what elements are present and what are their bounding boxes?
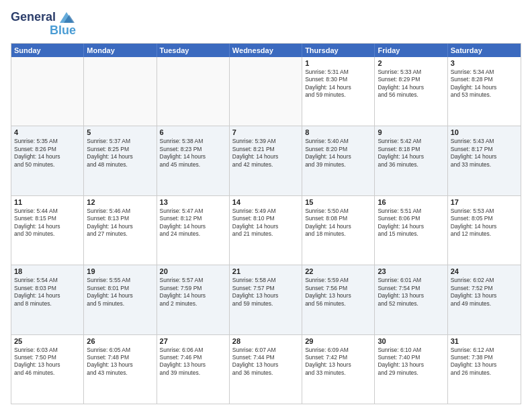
calendar-row-2: 11Sunrise: 5:44 AM Sunset: 8:15 PM Dayli… [11, 195, 521, 265]
day-cell-6: 6Sunrise: 5:38 AM Sunset: 8:23 PM Daylig… [157, 126, 230, 195]
day-info: Sunrise: 5:39 AM Sunset: 8:21 PM Dayligh… [232, 138, 299, 169]
day-cell-21: 21Sunrise: 5:58 AM Sunset: 7:57 PM Dayli… [230, 265, 302, 334]
day-info: Sunrise: 5:33 AM Sunset: 8:29 PM Dayligh… [378, 68, 444, 99]
day-cell-4: 4Sunrise: 5:35 AM Sunset: 8:26 PM Daylig… [11, 126, 84, 195]
day-cell-26: 26Sunrise: 6:05 AM Sunset: 7:48 PM Dayli… [84, 335, 157, 404]
day-info: Sunrise: 6:07 AM Sunset: 7:44 PM Dayligh… [232, 347, 299, 377]
header: General Blue [11, 8, 521, 38]
day-info: Sunrise: 6:01 AM Sunset: 7:54 PM Dayligh… [378, 277, 444, 308]
day-number: 30 [378, 337, 444, 345]
day-cell-3: 3Sunrise: 5:34 AM Sunset: 8:28 PM Daylig… [448, 57, 521, 126]
header-day-monday: Monday [84, 44, 157, 57]
day-info: Sunrise: 5:55 AM Sunset: 8:01 PM Dayligh… [87, 277, 153, 308]
day-info: Sunrise: 5:38 AM Sunset: 8:23 PM Dayligh… [160, 138, 226, 169]
day-cell-30: 30Sunrise: 6:10 AM Sunset: 7:40 PM Dayli… [375, 335, 447, 404]
day-cell-1: 1Sunrise: 5:31 AM Sunset: 8:30 PM Daylig… [302, 57, 375, 126]
day-number: 29 [305, 337, 371, 345]
day-info: Sunrise: 5:49 AM Sunset: 8:10 PM Dayligh… [232, 208, 299, 238]
day-cell-9: 9Sunrise: 5:42 AM Sunset: 8:18 PM Daylig… [375, 126, 447, 195]
empty-cell [84, 57, 157, 126]
calendar: SundayMondayTuesdayWednesdayThursdayFrid… [11, 43, 521, 404]
day-cell-19: 19Sunrise: 5:55 AM Sunset: 8:01 PM Dayli… [84, 265, 157, 334]
day-info: Sunrise: 5:47 AM Sunset: 8:12 PM Dayligh… [160, 208, 226, 238]
day-info: Sunrise: 6:03 AM Sunset: 7:50 PM Dayligh… [14, 347, 81, 377]
day-info: Sunrise: 5:50 AM Sunset: 8:08 PM Dayligh… [305, 208, 371, 238]
empty-cell [11, 57, 84, 126]
day-info: Sunrise: 6:10 AM Sunset: 7:40 PM Dayligh… [378, 347, 444, 377]
empty-cell [230, 57, 302, 126]
day-number: 27 [160, 337, 226, 345]
day-number: 6 [160, 128, 226, 136]
day-number: 17 [451, 198, 518, 206]
day-cell-29: 29Sunrise: 6:09 AM Sunset: 7:42 PM Dayli… [302, 335, 375, 404]
day-cell-27: 27Sunrise: 6:06 AM Sunset: 7:46 PM Dayli… [157, 335, 230, 404]
day-info: Sunrise: 5:57 AM Sunset: 7:59 PM Dayligh… [160, 277, 226, 308]
day-number: 9 [378, 128, 444, 136]
day-number: 8 [305, 128, 371, 136]
day-cell-22: 22Sunrise: 5:59 AM Sunset: 7:56 PM Dayli… [302, 265, 375, 334]
calendar-row-1: 4Sunrise: 5:35 AM Sunset: 8:26 PM Daylig… [11, 126, 521, 195]
day-number: 18 [14, 267, 81, 275]
calendar-row-0: 1Sunrise: 5:31 AM Sunset: 8:30 PM Daylig… [11, 57, 521, 126]
day-number: 16 [378, 198, 444, 206]
day-info: Sunrise: 6:06 AM Sunset: 7:46 PM Dayligh… [160, 347, 226, 377]
day-number: 2 [378, 59, 444, 67]
day-info: Sunrise: 5:31 AM Sunset: 8:30 PM Dayligh… [305, 68, 371, 99]
calendar-body: 1Sunrise: 5:31 AM Sunset: 8:30 PM Daylig… [11, 57, 521, 404]
logo-text-general: General [11, 11, 56, 24]
day-cell-23: 23Sunrise: 6:01 AM Sunset: 7:54 PM Dayli… [375, 265, 447, 334]
day-number: 31 [451, 337, 518, 345]
day-cell-18: 18Sunrise: 5:54 AM Sunset: 8:03 PM Dayli… [11, 265, 84, 334]
day-number: 1 [305, 59, 371, 67]
day-cell-20: 20Sunrise: 5:57 AM Sunset: 7:59 PM Dayli… [157, 265, 230, 334]
header-day-thursday: Thursday [302, 44, 375, 57]
day-info: Sunrise: 6:09 AM Sunset: 7:42 PM Dayligh… [305, 347, 371, 377]
day-number: 25 [14, 337, 81, 345]
day-info: Sunrise: 5:46 AM Sunset: 8:13 PM Dayligh… [87, 208, 153, 238]
day-number: 24 [451, 267, 518, 275]
day-info: Sunrise: 5:53 AM Sunset: 8:05 PM Dayligh… [451, 208, 518, 238]
header-day-tuesday: Tuesday [157, 44, 230, 57]
day-cell-31: 31Sunrise: 6:12 AM Sunset: 7:38 PM Dayli… [448, 335, 521, 404]
day-cell-12: 12Sunrise: 5:46 AM Sunset: 8:13 PM Dayli… [84, 196, 157, 265]
day-info: Sunrise: 5:35 AM Sunset: 8:26 PM Dayligh… [14, 138, 81, 169]
day-info: Sunrise: 5:34 AM Sunset: 8:28 PM Dayligh… [451, 68, 518, 99]
day-info: Sunrise: 6:12 AM Sunset: 7:38 PM Dayligh… [451, 347, 518, 377]
day-cell-28: 28Sunrise: 6:07 AM Sunset: 7:44 PM Dayli… [230, 335, 302, 404]
page: General Blue SundayMondayTuesdayWednesda… [0, 0, 532, 411]
day-cell-5: 5Sunrise: 5:37 AM Sunset: 8:25 PM Daylig… [84, 126, 157, 195]
day-info: Sunrise: 5:37 AM Sunset: 8:25 PM Dayligh… [87, 138, 153, 169]
day-number: 26 [87, 337, 153, 345]
day-number: 22 [305, 267, 371, 275]
day-info: Sunrise: 5:42 AM Sunset: 8:18 PM Dayligh… [378, 138, 444, 169]
day-cell-10: 10Sunrise: 5:43 AM Sunset: 8:17 PM Dayli… [448, 126, 521, 195]
day-number: 13 [160, 198, 226, 206]
day-info: Sunrise: 6:05 AM Sunset: 7:48 PM Dayligh… [87, 347, 153, 377]
header-day-sunday: Sunday [11, 44, 84, 57]
day-number: 12 [87, 198, 153, 206]
logo: General Blue [11, 8, 76, 38]
day-info: Sunrise: 5:58 AM Sunset: 7:57 PM Dayligh… [232, 277, 299, 308]
calendar-header: SundayMondayTuesdayWednesdayThursdayFrid… [11, 44, 521, 57]
day-cell-8: 8Sunrise: 5:40 AM Sunset: 8:20 PM Daylig… [302, 126, 375, 195]
day-number: 14 [232, 198, 299, 206]
day-cell-25: 25Sunrise: 6:03 AM Sunset: 7:50 PM Dayli… [11, 335, 84, 404]
day-info: Sunrise: 5:59 AM Sunset: 7:56 PM Dayligh… [305, 277, 371, 308]
day-number: 4 [14, 128, 81, 136]
day-cell-14: 14Sunrise: 5:49 AM Sunset: 8:10 PM Dayli… [230, 196, 302, 265]
day-info: Sunrise: 5:40 AM Sunset: 8:20 PM Dayligh… [305, 138, 371, 169]
day-number: 7 [232, 128, 299, 136]
day-info: Sunrise: 6:02 AM Sunset: 7:52 PM Dayligh… [451, 277, 518, 308]
day-number: 11 [14, 198, 81, 206]
day-cell-15: 15Sunrise: 5:50 AM Sunset: 8:08 PM Dayli… [302, 196, 375, 265]
day-cell-24: 24Sunrise: 6:02 AM Sunset: 7:52 PM Dayli… [448, 265, 521, 334]
day-cell-16: 16Sunrise: 5:51 AM Sunset: 8:06 PM Dayli… [375, 196, 447, 265]
day-number: 15 [305, 198, 371, 206]
day-cell-2: 2Sunrise: 5:33 AM Sunset: 8:29 PM Daylig… [375, 57, 447, 126]
header-day-saturday: Saturday [448, 44, 521, 57]
day-number: 5 [87, 128, 153, 136]
day-cell-7: 7Sunrise: 5:39 AM Sunset: 8:21 PM Daylig… [230, 126, 302, 195]
day-number: 3 [451, 59, 518, 67]
day-number: 21 [232, 267, 299, 275]
day-number: 23 [378, 267, 444, 275]
